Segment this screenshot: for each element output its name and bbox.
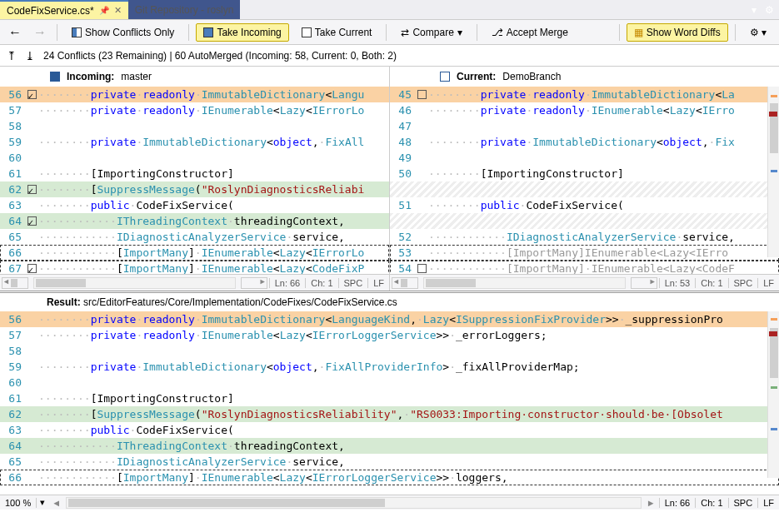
nav-back-icon[interactable]: ←: [5, 25, 25, 40]
incoming-status: Ln: 66 Ch: 1 SPC LF: [0, 274, 389, 291]
show-word-diffs-button[interactable]: ▦Show Word Diffs: [627, 23, 728, 42]
nav-fwd-icon[interactable]: →: [30, 25, 50, 40]
merge-icon: ⎇: [492, 27, 503, 38]
tab-git-label: Git Repository - roslyn: [135, 4, 234, 16]
current-label: Current:: [457, 71, 496, 82]
tab-file-label: CodeFixService.cs*: [7, 5, 94, 17]
tab-file[interactable]: CodeFixService.cs* 📌 ✕: [0, 0, 128, 19]
hscroll-left-icon[interactable]: ◄: [48, 498, 64, 508]
take-current-button[interactable]: Take Current: [294, 23, 380, 42]
current-code[interactable]: 45········private·readonly·ImmutableDict…: [390, 87, 779, 274]
incoming-code[interactable]: 56········private·readonly·ImmutableDict…: [0, 87, 389, 274]
conflicts-icon: [72, 27, 82, 37]
take-incoming-button[interactable]: Take Incoming: [196, 23, 288, 42]
code-line[interactable]: 57········private·readonly·IEnumerable<L…: [0, 327, 779, 343]
summary-text: 24 Conflicts (23 Remaining) | 60 AutoMer…: [43, 50, 397, 62]
vscroll[interactable]: [767, 87, 779, 257]
incoming-select-all-checkbox[interactable]: [50, 72, 60, 82]
line-checkbox[interactable]: [27, 90, 37, 99]
line-checkbox[interactable]: [417, 90, 427, 99]
code-line[interactable]: 61········[ImportingConstructor]: [0, 390, 779, 406]
result-path: src/EditorFeatures/Core/Implementation/C…: [83, 296, 397, 308]
zoom-dropdown-icon[interactable]: ▾: [37, 497, 48, 508]
hscroll-right-icon[interactable]: ►: [643, 498, 659, 508]
current-select-all-checkbox[interactable]: [440, 72, 450, 82]
code-line[interactable]: 53············[ImportMany]IEnumerable<La…: [390, 245, 779, 261]
side-by-side: Incoming: master 56········private·reado…: [0, 67, 779, 293]
close-icon[interactable]: ✕: [114, 5, 122, 16]
code-line[interactable]: 45········private·readonly·ImmutableDict…: [390, 87, 779, 102]
pin-icon[interactable]: 📌: [99, 6, 109, 15]
result-code[interactable]: 56········private·readonly·ImmutableDict…: [0, 311, 779, 495]
chevron-down-icon[interactable]: ▾: [748, 4, 760, 16]
result-pane: Result: src/EditorFeatures/Core/Implemen…: [0, 293, 779, 510]
code-line[interactable]: 58: [0, 343, 779, 359]
code-line[interactable]: 67············[ImportMany]·IEnumerable<L…: [0, 261, 389, 274]
code-line[interactable]: 48········private·ImmutableDictionary<ob…: [390, 134, 779, 150]
gear-icon[interactable]: ⚙: [760, 4, 779, 16]
code-line[interactable]: 57········private·readonly·IEnumerable<L…: [0, 102, 389, 118]
code-line[interactable]: 54············[ImportMany]·IEnumerable<L…: [390, 261, 779, 274]
code-line[interactable]: 50········[ImportingConstructor]: [390, 166, 779, 181]
code-line[interactable]: 63········public·CodeFixService(: [0, 197, 389, 213]
code-line[interactable]: 58: [0, 118, 389, 134]
code-line[interactable]: 60: [0, 375, 779, 390]
zoom-level[interactable]: 100 %: [0, 498, 37, 508]
code-line[interactable]: 51········public·CodeFixService(: [390, 197, 779, 213]
code-line[interactable]: [390, 181, 779, 197]
incoming-branch: master: [121, 71, 152, 82]
code-line[interactable]: 63········public·CodeFixService(: [0, 422, 779, 438]
merge-toolbar: ← → Show Conflicts Only Take Incoming Ta…: [0, 20, 779, 45]
current-pane: Current: DemoBranch 45········private·re…: [390, 67, 779, 291]
show-conflicts-only-button[interactable]: Show Conflicts Only: [64, 23, 182, 42]
conflict-summary-bar: ⤒ ⤓ 24 Conflicts (23 Remaining) | 60 Aut…: [0, 45, 779, 67]
compare-icon: ⇄: [401, 27, 409, 38]
accept-merge-button[interactable]: ⎇Accept Merge: [484, 23, 576, 42]
code-line[interactable]: 62········[SuppressMessage("RoslynDiagno…: [0, 406, 779, 422]
code-line[interactable]: 65············IDiagnosticAnalyzerService…: [0, 229, 389, 245]
result-label: Result:: [47, 296, 81, 308]
line-checkbox[interactable]: [27, 216, 37, 226]
chevron-down-icon: ▾: [457, 27, 462, 38]
code-line[interactable]: 59········private·ImmutableDictionary<ob…: [0, 134, 389, 150]
bottom-scrollbar[interactable]: [66, 497, 642, 509]
line-checkbox[interactable]: [27, 185, 37, 194]
code-line[interactable]: 61········[ImportingConstructor]: [0, 166, 389, 181]
hscroll-track[interactable]: [33, 277, 236, 289]
code-line[interactable]: 66············[ImportMany]·IEnumerable<L…: [0, 245, 389, 261]
current-branch: DemoBranch: [502, 71, 561, 82]
incoming-pane: Incoming: master 56········private·reado…: [0, 67, 390, 291]
hscroll-right[interactable]: [241, 277, 267, 289]
code-line[interactable]: 65············IDiagnosticAnalyzerService…: [0, 454, 779, 470]
tab-git[interactable]: Git Repository - roslyn: [128, 0, 241, 19]
current-status: Ln: 53 Ch: 1 SPC LF: [390, 274, 779, 291]
code-line[interactable]: 56········private·readonly·ImmutableDict…: [0, 311, 779, 327]
hscroll-left[interactable]: [2, 277, 28, 289]
code-line[interactable]: 46········private·readonly·IEnumerable<L…: [390, 102, 779, 118]
code-line[interactable]: [390, 213, 779, 229]
incoming-label: Incoming:: [67, 71, 114, 82]
take-current-icon: [302, 27, 312, 37]
code-line[interactable]: 47: [390, 118, 779, 134]
word-diff-icon: ▦: [634, 27, 643, 38]
code-line[interactable]: 59········private·ImmutableDictionary<ob…: [0, 359, 779, 375]
code-line[interactable]: 64············IThreadingContext·threadin…: [0, 438, 779, 454]
code-line[interactable]: 52············IDiagnosticAnalyzerService…: [390, 229, 779, 245]
code-line[interactable]: 56········private·readonly·ImmutableDict…: [0, 87, 389, 102]
code-line[interactable]: 62········[SuppressMessage("RoslynDiagno…: [0, 181, 389, 197]
take-incoming-icon: [203, 27, 213, 37]
code-line[interactable]: 49: [390, 150, 779, 166]
code-line[interactable]: 66············[ImportMany]·IEnumerable<L…: [0, 470, 779, 485]
compare-button[interactable]: ⇄Compare ▾: [393, 23, 469, 42]
vscroll-result[interactable]: [767, 311, 779, 478]
code-line[interactable]: 64············IThreadingContext·threadin…: [0, 213, 389, 229]
prev-conflict-icon[interactable]: ⤒: [7, 49, 17, 62]
bottom-status: 100 % ▾ ◄ ► Ln: 66 Ch: 1 SPC LF: [0, 495, 779, 510]
line-checkbox[interactable]: [417, 264, 427, 273]
tab-bar: CodeFixService.cs* 📌 ✕ Git Repository - …: [0, 0, 779, 20]
code-line[interactable]: 60: [0, 150, 389, 166]
settings-button[interactable]: ⚙ ▾: [742, 23, 774, 42]
line-checkbox[interactable]: [27, 264, 37, 273]
next-conflict-icon[interactable]: ⤓: [25, 49, 35, 62]
